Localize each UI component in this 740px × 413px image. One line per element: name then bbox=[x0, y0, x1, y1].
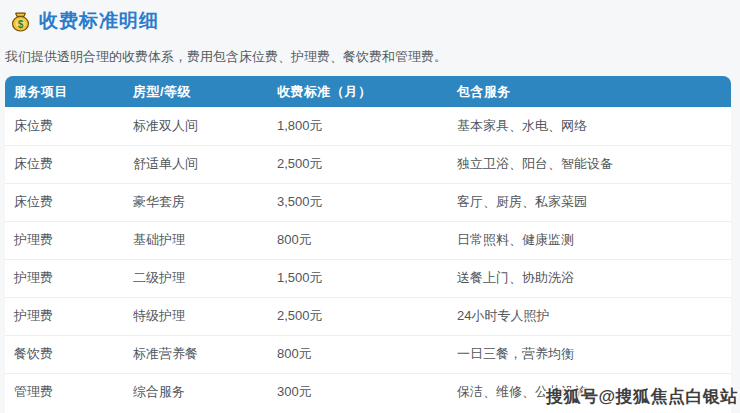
table-cell: 独立卫浴、阳台、智能设备 bbox=[448, 145, 731, 183]
table-row: 护理费二级护理1,500元送餐上门、协助洗浴 bbox=[5, 259, 731, 297]
table-cell: 舒适单人间 bbox=[124, 145, 268, 183]
money-bag-icon: $ bbox=[10, 11, 31, 32]
table-cell: 标准双人间 bbox=[124, 107, 268, 145]
table-cell: 基础护理 bbox=[124, 221, 268, 259]
watermark: 搜狐号@搜狐焦点白银站 bbox=[546, 385, 738, 408]
table-cell: 床位费 bbox=[5, 183, 124, 221]
svg-text:$: $ bbox=[18, 18, 24, 29]
table-cell: 2,500元 bbox=[268, 297, 448, 335]
table-cell: 客厅、厨房、私家菜园 bbox=[448, 183, 731, 221]
table-row: 床位费舒适单人间2,500元独立卫浴、阳台、智能设备 bbox=[5, 145, 731, 183]
table-cell: 1,800元 bbox=[268, 107, 448, 145]
table-cell: 床位费 bbox=[5, 107, 124, 145]
table-cell: 护理费 bbox=[5, 259, 124, 297]
table-cell: 标准营养餐 bbox=[124, 335, 268, 373]
section-header: $ 收费标准明细 bbox=[0, 0, 740, 34]
table-cell: 豪华套房 bbox=[124, 183, 268, 221]
table-cell: 3,500元 bbox=[268, 183, 448, 221]
table-cell: 特级护理 bbox=[124, 297, 268, 335]
description: 我们提供透明合理的收费体系，费用包含床位费、护理费、餐饮费和管理费。 bbox=[5, 48, 740, 66]
column-header-service-item: 服务项目 bbox=[5, 76, 124, 107]
table-cell: 基本家具、水电、网络 bbox=[448, 107, 731, 145]
table-cell: 护理费 bbox=[5, 221, 124, 259]
table-cell: 2,500元 bbox=[268, 145, 448, 183]
table-cell: 800元 bbox=[268, 221, 448, 259]
fee-table: 服务项目 房型/等级 收费标准（月） 包含服务 床位费标准双人间1,800元基本… bbox=[5, 76, 731, 411]
table-cell: 一日三餐，营养均衡 bbox=[448, 335, 731, 373]
table-cell: 二级护理 bbox=[124, 259, 268, 297]
fee-table-container: 服务项目 房型/等级 收费标准（月） 包含服务 床位费标准双人间1,800元基本… bbox=[5, 76, 731, 413]
table-cell: 300元 bbox=[268, 373, 448, 411]
table-cell: 24小时专人照护 bbox=[448, 297, 731, 335]
table-cell: 送餐上门、协助洗浴 bbox=[448, 259, 731, 297]
column-header-room-type: 房型/等级 bbox=[124, 76, 268, 107]
table-cell: 餐饮费 bbox=[5, 335, 124, 373]
table-cell: 床位费 bbox=[5, 145, 124, 183]
table-cell: 管理费 bbox=[5, 373, 124, 411]
table-cell: 护理费 bbox=[5, 297, 124, 335]
table-cell: 1,500元 bbox=[268, 259, 448, 297]
column-header-fee-standard: 收费标准（月） bbox=[268, 76, 448, 107]
table-row: 护理费特级护理2,500元24小时专人照护 bbox=[5, 297, 731, 335]
column-header-included-services: 包含服务 bbox=[448, 76, 731, 107]
table-row: 护理费基础护理800元日常照料、健康监测 bbox=[5, 221, 731, 259]
table-cell: 日常照料、健康监测 bbox=[448, 221, 731, 259]
page-title: 收费标准明细 bbox=[39, 8, 159, 34]
table-cell: 800元 bbox=[268, 335, 448, 373]
table-row: 床位费豪华套房3,500元客厅、厨房、私家菜园 bbox=[5, 183, 731, 221]
table-cell: 综合服务 bbox=[124, 373, 268, 411]
table-header-row: 服务项目 房型/等级 收费标准（月） 包含服务 bbox=[5, 76, 731, 107]
table-row: 餐饮费标准营养餐800元一日三餐，营养均衡 bbox=[5, 335, 731, 373]
table-row: 床位费标准双人间1,800元基本家具、水电、网络 bbox=[5, 107, 731, 145]
